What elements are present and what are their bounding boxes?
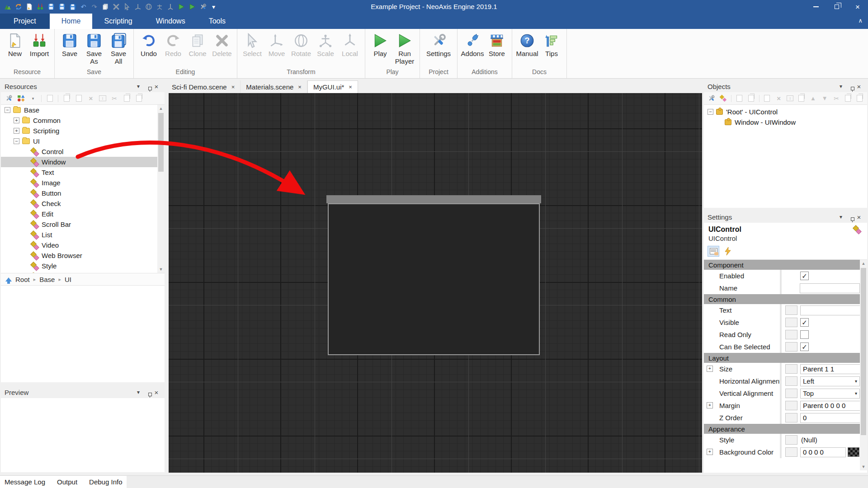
uiwindow-body[interactable] [328,203,540,355]
style-default-button[interactable] [785,435,797,445]
settings-close-icon[interactable]: × [854,213,863,221]
text-input[interactable] [800,305,860,315]
save-button[interactable]: Save [57,32,82,58]
tab-tools[interactable]: Tools [197,14,237,29]
size-expander-icon[interactable]: + [707,366,713,372]
tree-item-scroll-bar[interactable]: Scroll Bar [1,219,165,230]
vertical-alignment-default-button[interactable] [785,389,797,398]
tree-item-image[interactable]: Image [1,178,165,188]
size-default-button[interactable] [785,364,797,374]
new-button[interactable]: New [3,32,27,58]
debug-info-tab[interactable]: Debug Info [89,478,122,486]
tree-item-window[interactable]: Window [1,157,165,167]
objects-menu-caret-icon[interactable]: ▾ [836,83,845,89]
objects-item-window[interactable]: Window - UIWindow [704,117,867,127]
size-input[interactable] [800,364,860,374]
objects-options-icon[interactable] [708,94,715,103]
vertical-alignment-dropdown[interactable]: Top ▾ [800,389,860,399]
doc-tab-materials[interactable]: Materials.scene × [241,80,307,93]
margin-expander-icon[interactable]: + [707,402,713,408]
tab-close-icon[interactable]: × [349,84,352,90]
tree-item-common[interactable]: + Common [1,115,165,126]
tree-item-ui[interactable]: − UI [1,136,165,146]
breadcrumb-ui[interactable]: UI [65,276,71,283]
settings-scrollbar[interactable]: ▲ ▼ [860,260,867,470]
resources-filter-caret-icon[interactable]: ▾ [29,94,37,103]
save-all-button[interactable]: Save All [106,32,131,66]
uiwindow-control[interactable] [326,195,541,355]
ui-editor-canvas[interactable] [169,93,702,473]
settings-menu-caret-icon[interactable]: ▾ [836,214,845,220]
scroll-up-icon[interactable]: ▲ [860,260,867,267]
import-button[interactable]: Import [27,32,52,58]
collapse-expander-icon[interactable]: − [5,107,10,113]
collapse-expander-icon[interactable]: − [14,138,19,144]
undo-button[interactable]: Undo [137,32,161,58]
tree-item-list[interactable]: List [1,230,165,240]
manual-button[interactable]: ? Manual [515,32,539,58]
objects-close-icon[interactable]: × [854,83,863,90]
text-default-button[interactable] [785,305,797,315]
breadcrumb-base[interactable]: Base [39,276,55,283]
tree-item-scripting[interactable]: + Scripting [1,126,165,136]
preview-menu-caret-icon[interactable]: ▾ [134,389,143,395]
resources-filter-shapes-icon[interactable] [17,94,25,103]
properties-tab[interactable] [708,246,719,257]
tab-project[interactable]: Project [0,14,50,29]
tab-windows[interactable]: Windows [144,14,197,29]
scrollbar-thumb[interactable] [158,113,164,172]
read-only-checkbox[interactable] [800,330,809,339]
z-order-input[interactable] [800,413,860,423]
doc-tab-scifi-demo[interactable]: Sci-fi Demo.scene × [166,80,241,93]
events-tab[interactable] [722,246,734,257]
navigate-up-icon[interactable] [5,277,12,282]
tree-item-base[interactable]: − Base [1,105,165,115]
output-tab[interactable]: Output [57,478,77,486]
tree-item-edit[interactable]: Edit [1,209,165,219]
resources-menu-caret-icon[interactable]: ▾ [134,83,143,89]
ribbon-collapse-chevron-icon[interactable]: ∧ [858,17,863,24]
enabled-checkbox[interactable]: ✓ [800,272,809,280]
background-color-expander-icon[interactable]: + [707,449,713,455]
can-be-selected-checkbox[interactable]: ✓ [800,343,809,351]
collapse-expander-icon[interactable]: − [708,109,713,115]
horizontal-alignment-dropdown[interactable]: Left ▾ [800,376,860,386]
read-only-default-button[interactable] [785,330,797,339]
z-order-default-button[interactable] [785,413,797,422]
resources-close-icon[interactable]: × [152,83,161,90]
scroll-down-icon[interactable]: ▼ [157,266,165,273]
close-button[interactable]: × [847,0,868,14]
breadcrumb-root[interactable]: Root [15,276,30,283]
store-button[interactable]: Store [485,32,509,58]
resources-options-icon[interactable] [5,94,13,103]
tree-item-video[interactable]: Video [1,240,165,250]
tab-home[interactable]: Home [50,14,93,29]
objects-component-icon[interactable] [719,94,727,103]
can-be-selected-default-button[interactable] [785,342,797,352]
tab-close-icon[interactable]: × [298,84,302,90]
addons-button[interactable]: Addons [460,32,485,58]
scroll-down-icon[interactable]: ▼ [860,463,867,470]
tree-item-style[interactable]: Style [1,261,165,271]
uiwindow-titlebar[interactable] [326,195,541,203]
margin-default-button[interactable] [785,401,797,410]
expand-expander-icon[interactable]: + [14,128,19,134]
name-input[interactable] [800,283,860,293]
tree-item-button[interactable]: Button [1,188,165,198]
objects-item-root[interactable]: − 'Root' - UIControl [704,107,867,117]
settings-button[interactable]: Settings [423,32,454,58]
tree-item-check[interactable]: Check [1,198,165,209]
background-color-input[interactable] [800,447,846,457]
play-button[interactable]: Play [368,32,392,58]
message-log-tab[interactable]: Message Log [5,478,45,486]
margin-input[interactable] [800,401,860,411]
background-color-default-button[interactable] [785,447,797,457]
tree-item-web-browser[interactable]: Web Browser [1,250,165,261]
restore-button[interactable] [826,0,847,14]
expand-expander-icon[interactable]: + [14,117,19,123]
minimize-button[interactable] [806,0,826,14]
tab-close-icon[interactable]: × [231,84,235,90]
doc-tab-mygui[interactable]: MyGUI.ui* × [307,80,358,93]
visible-checkbox[interactable]: ✓ [800,318,809,327]
tips-button[interactable]: Tips [539,32,564,58]
